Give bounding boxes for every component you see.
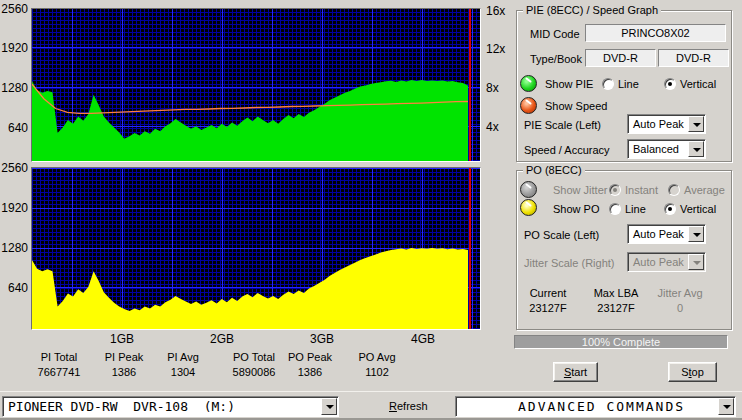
stat-pi-avg: PI Avg 1304: [167, 351, 199, 378]
chevron-down-icon[interactable]: [718, 398, 734, 415]
stat-po-peak: PO Peak 1386: [288, 351, 332, 378]
po-axis-tick: 1920: [0, 201, 28, 215]
stat-value: 5890086: [233, 366, 276, 378]
mid-code-field: PRINCO8X02: [585, 24, 726, 42]
po-axis-tick: 640: [0, 281, 28, 295]
disc-quality-scan-window: { "colors": { "window_bg": "#d6d3ce", "p…: [0, 0, 742, 420]
stat-label: PI Peak: [105, 351, 144, 363]
stat-label: PO Peak: [288, 351, 332, 363]
po-scale-label: PO Scale (Left): [524, 229, 599, 241]
stop-button[interactable]: Stop: [668, 362, 717, 382]
current-label: Current: [529, 287, 566, 299]
chevron-down-icon[interactable]: [688, 226, 704, 242]
jitter-instant-radio-label: Instant: [625, 184, 658, 196]
stat-po-total: PO Total 5890086: [233, 351, 276, 378]
jitter-average-radio: [668, 184, 680, 196]
stat-pi-total: PI Total 7667741: [38, 351, 81, 378]
chevron-down-icon[interactable]: [688, 141, 704, 157]
scan-progress-fill: 100% Complete: [515, 336, 727, 348]
x-axis-tick: 2GB: [202, 332, 242, 346]
po-group-title: PO (8ECC): [523, 164, 585, 176]
x-axis-tick: 3GB: [302, 332, 342, 346]
type-field-1: DVD-R: [585, 49, 656, 67]
speed-accuracy-select[interactable]: Balanced: [627, 139, 706, 159]
mid-code-label: MID Code: [530, 28, 580, 40]
x-axis-tick: 1GB: [102, 332, 142, 346]
speed-accuracy-value: Balanced: [633, 143, 679, 155]
pie-speed-graph-canvas: [32, 9, 480, 161]
device-select[interactable]: PIONEER DVD-RW DVR-108 (M:): [2, 396, 339, 417]
po-vertical-radio-label[interactable]: Vertical: [680, 203, 716, 215]
speed-axis-tick: 16x: [486, 4, 512, 18]
show-po-led[interactable]: [520, 199, 537, 216]
po-graph: [31, 167, 481, 330]
stat-value: 1386: [105, 366, 144, 378]
type-field-2: DVD-R: [658, 49, 729, 67]
scan-progress-bar: 100% Complete: [514, 335, 728, 349]
stat-value: 1304: [167, 366, 199, 378]
jitter-instant-radio: [609, 184, 621, 196]
pie-scale-select[interactable]: Auto Peak: [627, 114, 706, 134]
speed-axis-tick: 8x: [486, 81, 512, 95]
type-book-label: Type/Book: [530, 53, 582, 65]
stat-value: 7667741: [38, 366, 81, 378]
pie-scale-value: Auto Peak: [633, 118, 684, 130]
pie-vertical-radio[interactable]: [664, 78, 676, 90]
chevron-down-icon[interactable]: [321, 398, 337, 415]
current-position: Current 23127F: [529, 287, 566, 314]
x-axis-tick: 4GB: [403, 332, 443, 346]
start-button[interactable]: Start: [553, 362, 598, 382]
pie-scale-label: PIE Scale (Left): [524, 119, 601, 131]
show-jitter-label: Show Jitter: [553, 184, 607, 196]
device-select-value: PIONEER DVD-RW DVR-108 (M:): [8, 399, 235, 414]
pie-speed-graph: [31, 8, 481, 162]
show-speed-led[interactable]: [520, 97, 537, 114]
jitter-avg-value: 0: [657, 302, 702, 314]
stat-label: PI Avg: [167, 351, 199, 363]
max-lba: Max LBA 23127F: [594, 287, 639, 314]
show-jitter-led: [520, 181, 537, 198]
stat-label: PO Total: [233, 351, 276, 363]
po-axis-tick: 1280: [0, 241, 28, 255]
chevron-down-icon[interactable]: [688, 116, 704, 132]
po-line-radio[interactable]: [609, 203, 621, 215]
po-graph-canvas: [32, 168, 480, 329]
max-lba-label: Max LBA: [594, 287, 639, 299]
stat-label: PI Total: [38, 351, 81, 363]
pie-line-radio-label[interactable]: Line: [618, 78, 639, 90]
po-scale-select[interactable]: Auto Peak: [627, 224, 706, 244]
show-pie-led[interactable]: [520, 75, 537, 92]
pie-axis-tick: 640: [0, 121, 28, 135]
advanced-commands-select[interactable]: ADVANCED COMMANDS: [455, 396, 736, 417]
pie-line-radio[interactable]: [602, 78, 614, 90]
show-speed-label: Show Speed: [545, 100, 607, 112]
stat-po-avg: PO Avg 1102: [358, 351, 395, 378]
chevron-down-icon: [688, 254, 704, 270]
jitter-average-radio-label: Average: [684, 184, 725, 196]
pie-vertical-radio-label[interactable]: Vertical: [680, 78, 716, 90]
refresh-button[interactable]: Refresh: [389, 400, 428, 412]
pie-axis-tick: 1920: [0, 41, 28, 55]
stat-value: 1386: [288, 366, 332, 378]
jitter-avg: Jitter Avg 0: [657, 287, 702, 314]
stat-pi-peak: PI Peak 1386: [105, 351, 144, 378]
pie-group-title: PIE (8ECC) / Speed Graph: [523, 4, 661, 16]
speed-axis-tick: 4x: [486, 120, 512, 134]
jitter-scale-label: Jitter Scale (Right): [524, 257, 614, 269]
jitter-scale-value: Auto Peak: [633, 256, 684, 268]
po-scale-value: Auto Peak: [633, 228, 684, 240]
show-po-label: Show PO: [553, 203, 599, 215]
current-value: 23127F: [529, 302, 566, 314]
max-lba-value: 23127F: [594, 302, 639, 314]
po-vertical-radio[interactable]: [664, 203, 676, 215]
advanced-commands-value: ADVANCED COMMANDS: [518, 399, 685, 414]
po-axis-tick: 2560: [0, 161, 28, 175]
po-line-radio-label[interactable]: Line: [625, 203, 646, 215]
stat-value: 1102: [358, 366, 395, 378]
pie-axis-tick: 2560: [0, 2, 28, 16]
show-pie-label: Show PIE: [545, 78, 593, 90]
stat-label: PO Avg: [358, 351, 395, 363]
jitter-scale-select: Auto Peak: [627, 252, 706, 272]
speed-accuracy-label: Speed / Accuracy: [524, 144, 610, 156]
speed-axis-tick: 12x: [486, 42, 512, 56]
